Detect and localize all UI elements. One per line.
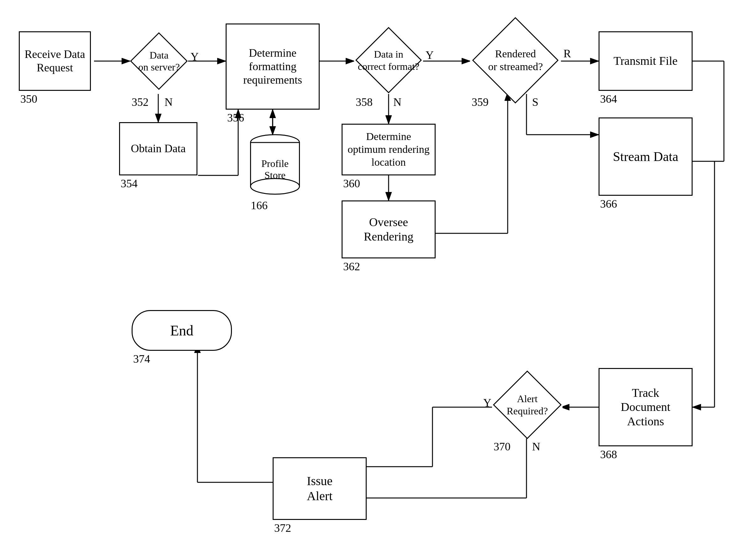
- profile-store-id: 166: [251, 199, 268, 212]
- end-id: 374: [133, 352, 150, 365]
- data-on-server-diamond: Data on server?: [130, 28, 188, 94]
- data-on-server-id: 352: [132, 96, 149, 109]
- determine-formatting-id: 356: [227, 111, 244, 124]
- n-label-2: N: [393, 96, 402, 109]
- end-box: End: [132, 310, 232, 351]
- data-on-server-label: Data on server?: [138, 49, 179, 73]
- obtain-data-box: Obtain Data: [119, 122, 197, 175]
- end-label: End: [170, 322, 193, 339]
- alert-required-id: 370: [494, 440, 510, 453]
- track-document-box: Track Document Actions: [599, 368, 693, 446]
- data-correct-format-diamond: Data in correct format?: [354, 27, 423, 94]
- y-label-2: Y: [426, 48, 434, 62]
- receive-data-request-id: 350: [20, 93, 37, 105]
- r-label: R: [563, 47, 571, 60]
- svg-text:Profile: Profile: [262, 158, 289, 169]
- svg-point-37: [251, 179, 299, 194]
- obtain-data-id: 354: [121, 177, 138, 190]
- profile-store-cylinder: Profile Store: [249, 133, 301, 196]
- stream-data-id: 366: [600, 197, 617, 211]
- stream-data-box: Stream Data: [599, 117, 693, 196]
- transmit-file-label: Transmit File: [614, 54, 678, 68]
- receive-data-request-box: Receive Data Request: [19, 31, 91, 91]
- y-label-1: Y: [191, 50, 199, 63]
- issue-alert-box: Issue Alert: [273, 457, 367, 520]
- oversee-rendering-label: Oversee Rendering: [364, 215, 413, 244]
- track-document-id: 368: [600, 448, 617, 461]
- transmit-file-box: Transmit File: [599, 31, 693, 91]
- rendered-or-streamed-id: 359: [472, 96, 488, 109]
- determine-optimum-label: Determine optimum rendering location: [348, 130, 430, 168]
- alert-required-label: Alert Required?: [507, 393, 548, 417]
- alert-required-diamond: Alert Required?: [492, 371, 562, 439]
- determine-optimum-id: 360: [343, 177, 360, 190]
- receive-data-request-label: Receive Data Request: [25, 47, 85, 75]
- n-label-1: N: [165, 96, 173, 109]
- s-label: S: [532, 96, 538, 109]
- oversee-rendering-box: Oversee Rendering: [342, 200, 436, 258]
- data-correct-format-id: 358: [356, 96, 373, 109]
- track-document-label: Track Document Actions: [621, 386, 670, 429]
- determine-formatting-box: Determine formatting requirements: [226, 23, 320, 109]
- stream-data-label: Stream Data: [613, 149, 678, 164]
- oversee-rendering-id: 362: [343, 260, 360, 273]
- n-label-3: N: [532, 440, 540, 453]
- y-label-3: Y: [483, 396, 491, 409]
- data-correct-format-label: Data in correct format?: [358, 48, 419, 72]
- obtain-data-label: Obtain Data: [131, 142, 186, 155]
- issue-alert-id: 372: [274, 521, 291, 535]
- issue-alert-label: Issue Alert: [307, 474, 332, 504]
- transmit-file-id: 364: [600, 93, 617, 105]
- determine-formatting-label: Determine formatting requirements: [243, 46, 302, 87]
- svg-text:Store: Store: [265, 169, 286, 181]
- determine-optimum-box: Determine optimum rendering location: [342, 124, 436, 175]
- rendered-or-streamed-label: Rendered or streamed?: [488, 47, 543, 73]
- rendered-or-streamed-diamond: Rendered or streamed?: [470, 27, 561, 94]
